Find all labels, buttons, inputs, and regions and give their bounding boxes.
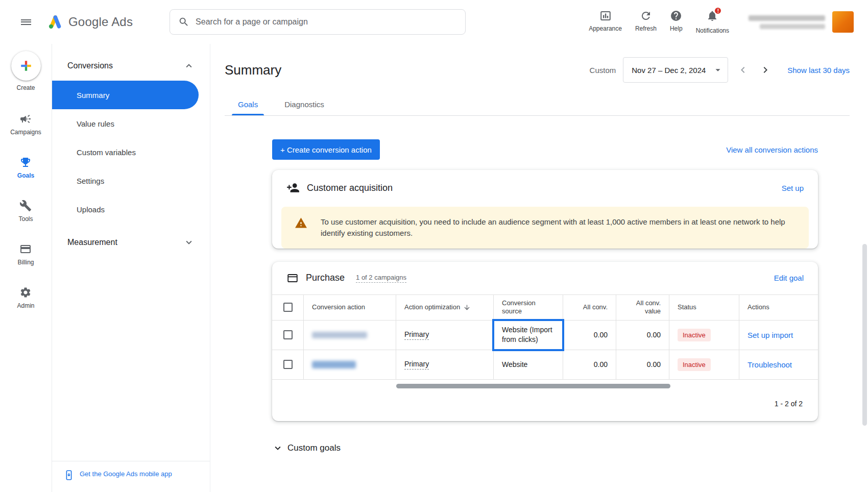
global-search[interactable] (170, 9, 466, 35)
all-conv-value-value-cell: 0.00 (616, 350, 669, 380)
rail-item-goals[interactable]: Goals (17, 156, 34, 179)
rail-item-admin[interactable]: Admin (17, 286, 34, 309)
warning-banner: To use customer acquisition, you need to… (281, 207, 809, 249)
sidebar-section-conversions[interactable]: Conversions (52, 54, 210, 78)
purchase-title: Purchase (306, 273, 345, 283)
chevron-down-icon (183, 237, 195, 248)
date-range-picker[interactable]: Nov 27 – Dec 2, 2024 (623, 57, 728, 83)
rail-item-tools[interactable]: Tools (18, 200, 33, 223)
mobile-app-label: Get the Google Ads mobile app (80, 470, 172, 479)
all-conv-value-value-cell: 0.00 (616, 321, 669, 350)
admin-gear-icon (19, 286, 32, 299)
multicolor-plus-icon (19, 59, 33, 72)
person-add-icon (286, 181, 300, 194)
header-all-conv-value[interactable]: All conv. value (616, 295, 669, 321)
measurement-label: Measurement (67, 238, 117, 247)
warning-icon (295, 216, 307, 230)
rail-item-billing[interactable]: Billing (17, 243, 34, 266)
conversion-source-value: Website (502, 360, 527, 370)
redacted-conversion-action-name[interactable] (312, 332, 367, 338)
header-actions[interactable]: Actions (739, 295, 818, 321)
top-app-bar: Google Ads Appearance Refresh (0, 0, 868, 44)
campaigns-count-link[interactable]: 1 of 2 campaigns (356, 274, 406, 283)
google-ads-logo[interactable]: Google Ads (47, 14, 133, 30)
row-checkbox[interactable] (283, 360, 293, 369)
purchase-icon (286, 272, 299, 284)
conversion-source-value: Website (Import from clicks) (502, 325, 554, 345)
sidebar-item-custom-variables[interactable]: Custom variables (52, 138, 210, 166)
billing-card-icon (19, 243, 32, 255)
chevron-right-icon (759, 64, 771, 76)
refresh-label: Refresh (635, 25, 657, 32)
header-all-conv[interactable]: All conv. (563, 295, 616, 321)
custom-goals-label: Custom goals (287, 443, 341, 453)
admin-label: Admin (17, 302, 34, 309)
sidebar-item-summary[interactable]: Summary (52, 81, 199, 109)
conversions-label: Conversions (67, 61, 113, 70)
date-mode-label: Custom (590, 66, 616, 75)
phone-download-icon (63, 470, 75, 481)
troubleshoot-link[interactable]: Troubleshoot (748, 360, 792, 369)
sidebar: Conversions Summary Value rules Custom v… (52, 44, 210, 492)
previous-range-button[interactable] (735, 62, 751, 78)
table-hscroll-track (272, 380, 818, 388)
sidebar-item-uploads[interactable]: Uploads (52, 195, 210, 224)
goals-trophy-icon (19, 156, 32, 168)
appearance-button[interactable]: Appearance (589, 10, 622, 32)
goals-label: Goals (17, 172, 34, 179)
create-circle[interactable] (11, 51, 41, 81)
custom-goals-toggle[interactable]: Custom goals (272, 442, 818, 454)
billing-label: Billing (17, 259, 34, 266)
show-last-30-days-link[interactable]: Show last 30 days (787, 66, 850, 75)
brand-name: Google Ads (68, 15, 133, 29)
rail-item-campaigns[interactable]: Campaigns (10, 113, 41, 136)
create-button[interactable]: Create (11, 51, 41, 91)
sidebar-items: Summary Value rules Custom variables Set… (52, 81, 210, 224)
row-checkbox[interactable] (283, 330, 293, 339)
header-conversion-source[interactable]: Conversion source (494, 295, 563, 321)
navigation-rail: Create Campaigns Goals Tools Billing (0, 44, 52, 492)
warning-text: To use customer acquisition, you need to… (321, 216, 795, 239)
set-up-import-link[interactable]: Set up import (748, 331, 793, 339)
date-range-value: Nov 27 – Dec 2, 2024 (632, 66, 706, 75)
help-button[interactable]: Help (670, 10, 683, 32)
edit-goal-link[interactable]: Edit goal (774, 274, 804, 282)
purchase-goal-card: Purchase 1 of 2 campaigns Edit goal Conv… (272, 262, 818, 421)
header-action-optimization[interactable]: Action optimization (396, 295, 494, 321)
header-conversion-action[interactable]: Conversion action (304, 295, 396, 321)
status-badge: Inactive (678, 329, 711, 341)
action-optimization-value[interactable]: Primary (404, 360, 429, 370)
sidebar-item-value-rules[interactable]: Value rules (52, 109, 210, 138)
tab-bar: Goals Diagnostics (225, 93, 850, 116)
set-up-link[interactable]: Set up (782, 184, 804, 192)
create-label: Create (16, 84, 35, 91)
tools-label: Tools (18, 215, 33, 223)
account-menu[interactable] (749, 11, 854, 33)
conversion-source-cell-highlighted: Website (Import from clicks) (494, 321, 563, 350)
view-all-conversion-actions-link[interactable]: View all conversion actions (726, 145, 818, 154)
tab-goals[interactable]: Goals (226, 93, 270, 115)
menu-icon[interactable] (15, 11, 37, 33)
refresh-icon (640, 10, 652, 22)
status-badge: Inactive (678, 358, 711, 371)
action-optimization-value[interactable]: Primary (404, 330, 429, 340)
next-range-button[interactable] (758, 62, 773, 78)
all-conv-value-cell: 0.00 (563, 350, 616, 380)
refresh-button[interactable]: Refresh (635, 10, 657, 32)
search-input[interactable] (196, 17, 457, 27)
vertical-scrollbar[interactable] (862, 244, 867, 426)
dropdown-caret-icon (712, 64, 724, 76)
header-status[interactable]: Status (669, 295, 739, 321)
sidebar-section-measurement[interactable]: Measurement (52, 231, 210, 254)
select-all-checkbox[interactable] (283, 303, 293, 312)
avatar[interactable] (832, 11, 854, 33)
mobile-app-link[interactable]: Get the Google Ads mobile app (52, 461, 210, 492)
table-horizontal-scrollbar[interactable] (396, 384, 670, 388)
tab-diagnostics[interactable]: Diagnostics (272, 93, 336, 115)
redacted-conversion-action-name[interactable] (312, 361, 356, 368)
campaigns-icon (19, 113, 32, 125)
notifications-button[interactable]: ! Notifications (696, 10, 729, 34)
create-conversion-action-button[interactable]: + Create conversion action (272, 139, 380, 160)
appearance-label: Appearance (589, 25, 622, 32)
sidebar-item-settings[interactable]: Settings (52, 166, 210, 195)
